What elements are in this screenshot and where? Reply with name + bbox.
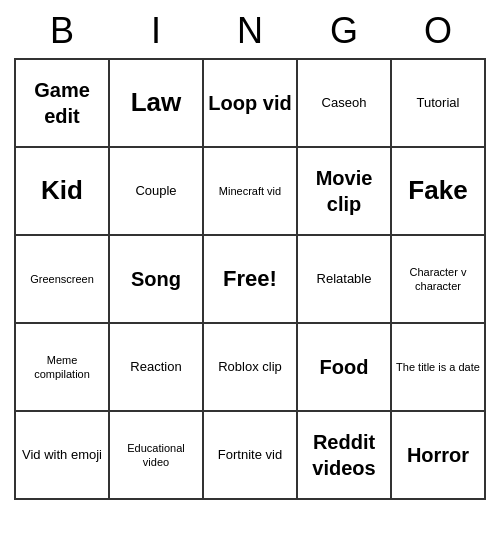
bingo-cell-7: Minecraft vid: [204, 148, 298, 236]
bingo-letter: I: [109, 10, 203, 52]
bingo-cell-9: Fake: [392, 148, 486, 236]
bingo-cell-21: Educational video: [110, 412, 204, 500]
bingo-cell-2: Loop vid: [204, 60, 298, 148]
bingo-cell-3: Caseoh: [298, 60, 392, 148]
bingo-letter: N: [203, 10, 297, 52]
bingo-grid: Game editLawLoop vidCaseohTutorialKidCou…: [14, 58, 486, 500]
bingo-cell-24: Horror: [392, 412, 486, 500]
bingo-cell-11: Song: [110, 236, 204, 324]
bingo-cell-23: Reddit videos: [298, 412, 392, 500]
bingo-cell-18: Food: [298, 324, 392, 412]
bingo-cell-4: Tutorial: [392, 60, 486, 148]
bingo-letter: O: [391, 10, 485, 52]
bingo-cell-0: Game edit: [16, 60, 110, 148]
bingo-letter: G: [297, 10, 391, 52]
bingo-cell-17: Roblox clip: [204, 324, 298, 412]
bingo-cell-19: The title is a date: [392, 324, 486, 412]
bingo-cell-8: Movie clip: [298, 148, 392, 236]
bingo-cell-22: Fortnite vid: [204, 412, 298, 500]
bingo-cell-14: Character v character: [392, 236, 486, 324]
bingo-letter: B: [15, 10, 109, 52]
bingo-cell-13: Relatable: [298, 236, 392, 324]
bingo-cell-12: Free!: [204, 236, 298, 324]
bingo-cell-6: Couple: [110, 148, 204, 236]
bingo-title-row: BINGO: [15, 10, 485, 52]
bingo-cell-1: Law: [110, 60, 204, 148]
bingo-cell-5: Kid: [16, 148, 110, 236]
bingo-cell-10: Greenscreen: [16, 236, 110, 324]
bingo-cell-15: Meme compilation: [16, 324, 110, 412]
bingo-cell-16: Reaction: [110, 324, 204, 412]
bingo-cell-20: Vid with emoji: [16, 412, 110, 500]
